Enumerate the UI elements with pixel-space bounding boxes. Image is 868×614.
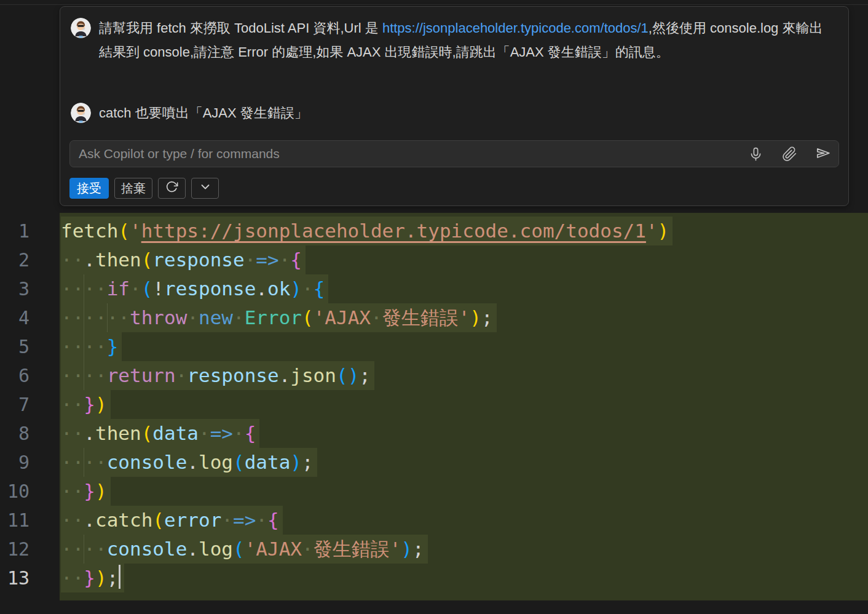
code-token: {: [314, 277, 325, 300]
chat-input-icons: [748, 141, 831, 167]
copilot-inline-chat: 請幫我用 fetch 來撈取 TodoList API 資料,Url 是 htt…: [60, 6, 849, 206]
whitespace-dots: ·: [176, 364, 187, 386]
code-line[interactable]: ····}: [60, 332, 868, 361]
chat-input-container: [69, 140, 839, 167]
code-token: .: [84, 249, 95, 271]
code-token: 發生錯誤': [382, 306, 470, 329]
code-token: throw: [130, 306, 187, 329]
chat-message-link[interactable]: https://jsonplaceholder.typicode.com/tod…: [382, 20, 649, 36]
code-token: .: [84, 509, 95, 531]
code-editor[interactable]: 12345678910111213 fetch('https://jsonpla…: [0, 213, 868, 600]
code-token: then: [95, 422, 141, 444]
code-token: .: [279, 364, 291, 386]
whitespace-dots: ······: [61, 306, 130, 329]
microphone-icon[interactable]: [748, 146, 763, 162]
code-line[interactable]: ····return·response.json();: [60, 361, 868, 390]
code-line[interactable]: ····console.log('AJAX·發生錯誤');: [60, 535, 868, 564]
inserted-line-highlight: ··.catch(error·=>·{: [61, 506, 283, 535]
code-token: =>: [233, 509, 256, 531]
code-token: .: [84, 422, 95, 444]
code-token: (: [233, 538, 245, 560]
code-token: Error: [245, 306, 302, 329]
code-lines: fetch('https://jsonplaceholder.typicode.…: [60, 213, 868, 600]
line-number: 9: [0, 448, 30, 477]
code-token: .: [256, 277, 267, 300]
code-line[interactable]: fetch('https://jsonplaceholder.typicode.…: [60, 217, 868, 245]
more-options-button[interactable]: [191, 178, 219, 199]
code-token: then: [95, 249, 141, 271]
inline-chat-actions: 接受 捨棄: [69, 178, 219, 199]
accept-button[interactable]: 接受: [69, 178, 109, 199]
chat-message: catch 也要噴出「AJAX 發生錯誤」: [71, 102, 827, 125]
line-number: 11: [0, 506, 30, 535]
line-number: 7: [0, 390, 30, 419]
indent-guide: [84, 448, 84, 477]
code-token: 'AJAX: [245, 538, 302, 560]
code-token: fetch: [61, 220, 118, 242]
chat-message-text: catch 也要噴出「AJAX 發生錯誤」: [99, 101, 827, 125]
whitespace-dots: ·: [302, 538, 314, 560]
code-token: (: [141, 277, 153, 300]
code-token: if: [107, 277, 130, 300]
code-token: ': [646, 220, 658, 242]
code-token: https://jsonplaceholder.typicode.com/tod…: [141, 220, 646, 242]
code-token: ): [95, 567, 107, 589]
line-number: 1: [0, 217, 30, 245]
indent-guide: [84, 535, 84, 564]
code-line[interactable]: ··.then(data·=>·{: [60, 419, 868, 448]
code-token: =>: [210, 422, 233, 444]
inserted-line-highlight: ····console.log('AJAX·發生錯誤');: [61, 535, 428, 564]
discard-button[interactable]: 捨棄: [114, 178, 152, 199]
inserted-line-highlight: ····if·(!response.ok)·{: [61, 274, 328, 303]
line-number: 5: [0, 332, 30, 361]
code-token: ): [658, 220, 669, 242]
code-token: return: [107, 364, 176, 386]
whitespace-dots: ·: [245, 249, 256, 271]
code-line[interactable]: ····if·(!response.ok)·{: [60, 274, 868, 303]
chat-message-span: 請幫我用 fetch 來撈取 TodoList API 資料,Url 是: [99, 20, 382, 36]
indent-guide: [84, 361, 84, 390]
whitespace-dots: ·: [302, 277, 314, 300]
code-token: {: [245, 422, 256, 444]
whitespace-dots: ·: [187, 306, 199, 329]
whitespace-dots: ·: [233, 306, 245, 329]
inserted-line-highlight: ······throw·new·Error('AJAX·發生錯誤');: [61, 303, 497, 332]
code-token: 'AJAX: [314, 306, 371, 329]
code-token: error: [164, 509, 221, 531]
indent-guide: [107, 303, 108, 332]
attach-icon[interactable]: [781, 146, 797, 162]
whitespace-dots: ··: [61, 480, 84, 502]
code-line[interactable]: ····console.log(data);: [60, 448, 868, 477]
code-token: ;: [359, 364, 371, 386]
inserted-line-highlight: fetch('https://jsonplaceholder.typicode.…: [61, 217, 673, 245]
user-avatar: [71, 103, 91, 123]
code-token: }: [84, 393, 95, 415]
code-token: (: [336, 364, 348, 386]
rerun-button[interactable]: [158, 178, 186, 199]
code-token: (: [152, 509, 164, 531]
code-line[interactable]: ··.catch(error·=>·{: [60, 506, 868, 535]
code-token: ok: [267, 277, 290, 300]
send-icon[interactable]: [815, 146, 831, 162]
code-token: }: [84, 480, 95, 502]
code-token: 發生錯誤': [314, 538, 401, 560]
code-token: ): [470, 306, 481, 329]
code-line[interactable]: ··}): [60, 390, 868, 419]
code-token: !: [152, 277, 164, 300]
chat-input[interactable]: [70, 141, 838, 167]
code-token: response: [187, 364, 278, 386]
code-token: json: [290, 364, 336, 386]
code-token: }: [107, 335, 119, 357]
line-number: 6: [0, 361, 30, 390]
code-token: console: [107, 538, 187, 560]
code-token: {: [267, 509, 279, 531]
code-line[interactable]: ··});: [60, 564, 868, 592]
code-line[interactable]: ··.then(response·=>·{: [60, 245, 868, 274]
code-line[interactable]: ··}): [60, 477, 868, 506]
code-token: (: [141, 249, 153, 271]
line-number: 8: [0, 419, 30, 448]
whitespace-dots: ··: [61, 509, 84, 531]
whitespace-dots: ·: [279, 249, 291, 271]
code-line[interactable]: ······throw·new·Error('AJAX·發生錯誤');: [60, 303, 868, 332]
whitespace-dots: ··: [61, 393, 84, 415]
